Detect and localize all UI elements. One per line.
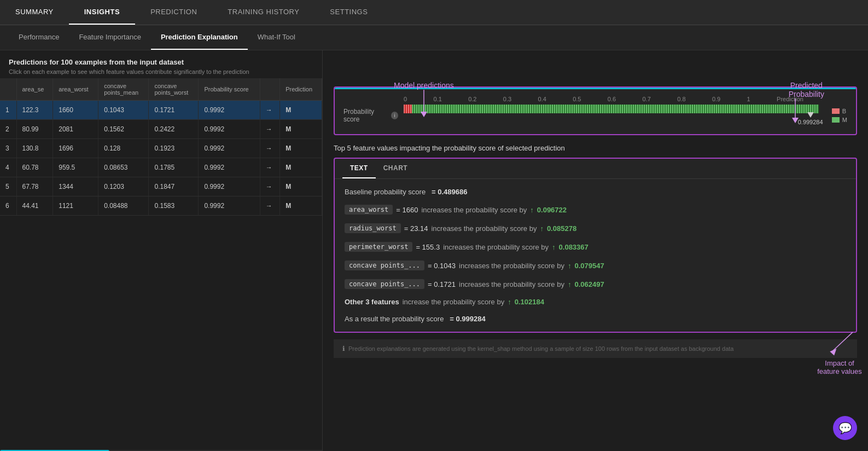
increase-val: 0.096722 [537,206,567,214]
feature-impact-line: concave points_... = 0.1721 increases th… [345,279,846,289]
feature-tag: concave points_... [345,261,424,270]
tab-summary[interactable]: SUMMARY [0,0,69,25]
chat-bubble[interactable]: 💬 [833,416,857,440]
data-table[interactable]: area_se area_worst concavepoints_mean co… [0,78,322,450]
tab-chart[interactable]: CHART [376,159,416,178]
other-features-text: increase the probability score by [403,298,504,306]
feature-impact-line: perimeter_worst = 155.3 increases the pr… [345,242,846,252]
col-area-worst: area_worst [53,78,98,101]
table-row[interactable]: 1 122.3 1660 0.1043 0.1721 0.9992 → M [0,101,322,120]
cell-prediction: M [280,158,322,177]
cell-arrow: → [260,177,279,196]
scale-07: 0.7 [643,96,651,102]
result-line: As a result the probability score = 0.99… [345,315,846,323]
sub-navigation: Performance Feature Importance Predictio… [0,25,868,50]
prob-bar [404,105,819,113]
probability-row: Probability score i 0.999284 [343,105,847,126]
feature-impact-box: TEXT CHART Baseline probability score = … [334,158,857,333]
subnav-feature-importance[interactable]: Feature Importance [69,25,150,50]
tab-training-history[interactable]: TRAINING HISTORY [212,0,314,25]
left-panel: Predictions for 100 examples from the in… [0,50,323,451]
up-arrow: ↑ [530,206,534,214]
scale-0: 0 [404,96,407,102]
cell-concave-pw: 0.1583 [149,196,199,216]
table-row[interactable]: 4 60.78 959.5 0.08653 0.1785 0.9992 → M [0,158,322,177]
feature-lines: area_worst = 1660 increases the probabil… [345,205,846,289]
subnav-prediction-explanation[interactable]: Prediction Explanation [151,25,248,50]
footer-note: ℹ Prediction explanations are generated … [334,339,857,358]
right-content-wrapper: Model predictions PredictedProbability [334,86,857,333]
table-row[interactable]: 5 67.78 1344 0.1203 0.1847 0.9992 → M [0,177,322,196]
cell-rownum: 2 [0,120,16,139]
cell-prediction: M [280,196,322,216]
predictions-title: Predictions for 100 examples from the in… [9,58,313,66]
cell-prob: 0.9992 [199,120,260,139]
increase-text: increases the probability score by [459,262,564,270]
cell-arrow: → [260,120,279,139]
legend-item-m: M [832,117,847,123]
tab-text[interactable]: TEXT [342,159,376,178]
cell-area-worst: 1344 [53,177,98,196]
table-row[interactable]: 2 80.99 2081 0.1562 0.2422 0.9992 → M [0,120,322,139]
cell-area-worst: 1660 [53,101,98,120]
table-row[interactable]: 3 130.8 1696 0.128 0.1923 0.9992 → M [0,139,322,158]
scale-02: 0.2 [468,96,476,102]
feature-tag: perimeter_worst [345,242,412,252]
footer-info-icon: ℹ [342,345,345,352]
scale-1: 1 [747,96,750,102]
top-navigation: SUMMARY INSIGHTS PREDICTION TRAINING HIS… [0,0,868,25]
subnav-what-if-tool[interactable]: What-If Tool [248,25,305,50]
feature-content: Baseline probability score = 0.489686 ar… [335,179,856,332]
info-icon[interactable]: i [391,112,398,119]
table-row[interactable]: 6 44.41 1121 0.08488 0.1583 0.9992 → M [0,196,322,216]
baseline-val: = 0.489686 [432,188,467,196]
subnav-performance[interactable]: Performance [9,25,69,50]
feature-eq: = 23.14 [404,224,428,233]
chart-legend: B M [832,108,847,123]
left-panel-header: Predictions for 100 examples from the in… [0,50,322,78]
cell-area-se: 67.78 [16,177,53,196]
cell-prediction: M [280,101,322,120]
scale-05: 0.5 [573,96,581,102]
cell-prob: 0.9992 [199,177,260,196]
legend-label-m: M [842,117,847,123]
feature-eq: = 0.1043 [428,262,456,270]
cell-concave-pw: 0.1785 [149,158,199,177]
result-val: = 0.999284 [450,315,485,323]
cell-concave-pw: 0.1721 [149,101,199,120]
cell-area-worst: 2081 [53,120,98,139]
feature-impact-line: concave points_... = 0.1043 increases th… [345,261,846,270]
feature-tabs: TEXT CHART [335,159,856,179]
cell-arrow: → [260,158,279,177]
cell-area-se: 44.41 [16,196,53,216]
legend-item-b: B [832,108,847,114]
cell-rownum: 6 [0,196,16,216]
cell-area-worst: 1696 [53,139,98,158]
prob-value: 0.999284 [798,119,823,125]
increase-text: increases the probability score by [431,224,537,233]
up-arrow: ↑ [540,224,544,233]
chat-icon: 💬 [838,421,852,435]
prob-score-label: Probability score i [343,108,398,123]
tab-prediction[interactable]: PREDICTION [135,0,212,25]
tab-insights[interactable]: INSIGHTS [69,0,135,25]
cell-concave-pw: 0.1847 [149,177,199,196]
cell-area-se: 122.3 [16,101,53,120]
scale-labels: 0 0.1 0.2 0.3 0.4 0.5 0.6 0.7 0.8 0.9 1 … [343,96,847,102]
cell-arrow: → [260,139,279,158]
feature-tag: area_worst [345,205,393,215]
up-arrow: ↑ [568,262,572,270]
footer-text: Prediction explanations are generated us… [348,345,733,352]
scale-prediction: Prediction [777,96,803,102]
tab-settings[interactable]: SETTINGS [314,0,383,25]
feature-impact-title: Top 5 feature values impacting the proba… [334,144,857,152]
cell-concave-pm: 0.1043 [98,101,149,120]
cell-arrow: → [260,196,279,216]
cell-area-se: 130.8 [16,139,53,158]
col-concave-pm: concavepoints_mean [98,78,149,101]
increase-val: 0.079547 [574,262,604,270]
cell-prob: 0.9992 [199,139,260,158]
cell-prediction: M [280,177,322,196]
cell-concave-pm: 0.08653 [98,158,149,177]
right-panel: Model predictions PredictedProbability [323,50,868,451]
